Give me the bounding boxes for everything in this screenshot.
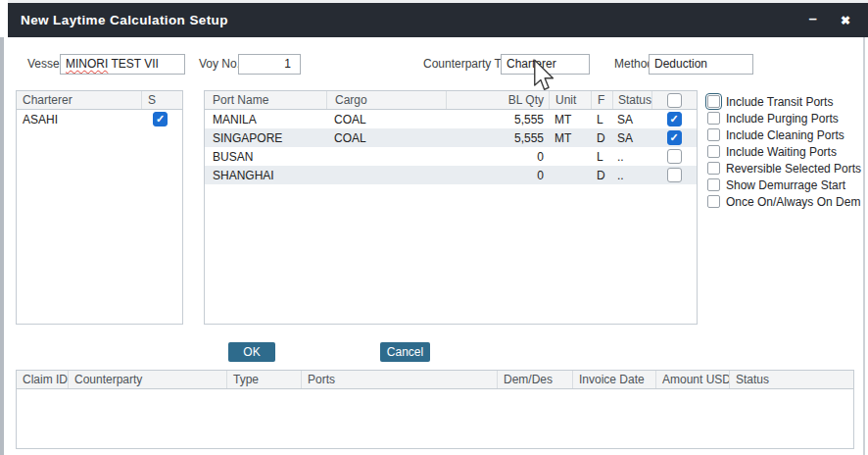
port-select-cell xyxy=(651,149,697,164)
cargo-column-header: Cargo xyxy=(326,91,446,109)
port-name-column-header: Port Name xyxy=(205,91,326,109)
port-row[interactable]: SHANGHAI0D.. xyxy=(205,166,697,184)
vessel-value-flagged: MINORI xyxy=(66,57,108,71)
port-cell-port-name: BUSAN xyxy=(205,150,326,164)
claims-column-header: Counterparty xyxy=(68,371,226,388)
option-checkbox[interactable] xyxy=(707,95,720,108)
port-select-checkbox[interactable]: ✓ xyxy=(667,112,682,126)
port-cell-port-name: SHANGHAI xyxy=(205,169,326,182)
charterer-column-header: Charterer xyxy=(17,91,141,109)
claims-column-header: Type xyxy=(226,371,301,388)
port-cell-bl-qty: 0 xyxy=(446,150,549,164)
option-item[interactable]: Include Waiting Ports xyxy=(707,143,861,160)
option-item[interactable]: Include Purging Ports xyxy=(707,110,861,126)
vessel-value-rest: TEST VII xyxy=(108,57,159,71)
port-cell-status: .. xyxy=(612,150,651,164)
port-row[interactable]: SINGAPORECOAL5,555MTDSA✓ xyxy=(205,128,697,147)
selected-column-header: S xyxy=(141,91,182,109)
option-item[interactable]: Show Demurrage Start xyxy=(707,177,861,193)
charterer-select-cell: ✓ xyxy=(141,112,182,126)
dialog-title: New Laytime Calculation Setup xyxy=(21,13,228,27)
ok-button[interactable]: OK xyxy=(228,342,275,362)
port-select-cell xyxy=(651,168,697,182)
option-label: Include Purging Ports xyxy=(726,112,839,126)
window-left-edge xyxy=(0,37,4,455)
option-checkbox[interactable] xyxy=(707,128,720,141)
option-label: Include Waiting Ports xyxy=(726,145,837,159)
option-item[interactable]: Reversible Selected Ports xyxy=(707,160,861,177)
option-checkbox[interactable] xyxy=(707,195,720,208)
option-checkbox[interactable] xyxy=(707,145,720,158)
port-row[interactable]: MANILACOAL5,555MTLSA✓ xyxy=(205,110,697,128)
port-select-cell: ✓ xyxy=(651,112,697,126)
port-cell-f: D xyxy=(591,169,612,182)
voy-no-input[interactable]: 1 xyxy=(238,54,301,75)
option-label: Show Demurrage Start xyxy=(726,178,845,192)
port-cell-port-name: MANILA xyxy=(205,113,326,126)
dialog-titlebar: New Laytime Calculation Setup – ✖ xyxy=(8,3,868,37)
port-cell-cargo: COAL xyxy=(326,113,446,126)
claims-column-header: Amount USD xyxy=(655,371,729,388)
bl-qty-column-header: BL Qty xyxy=(446,91,549,109)
unit-column-header: Unit xyxy=(549,91,591,109)
claims-table-header: Claim IDCounterpartyTypePortsDem/DesInvo… xyxy=(17,371,853,389)
cancel-button[interactable]: Cancel xyxy=(380,342,430,362)
option-label: Include Transit Ports xyxy=(726,95,833,109)
port-cell-cargo: COAL xyxy=(326,131,446,145)
option-item[interactable]: Include Cleaning Ports xyxy=(707,126,861,143)
option-checkbox[interactable] xyxy=(707,112,720,125)
ports-table-header: Port Name Cargo BL Qty Unit F Status xyxy=(205,91,697,110)
option-item[interactable]: Once On/Always On Dem xyxy=(707,193,861,210)
port-cell-status: SA xyxy=(612,113,651,126)
option-item[interactable]: Include Transit Ports xyxy=(707,93,861,110)
port-cell-status: SA xyxy=(612,131,651,145)
voy-no-label: Voy No. xyxy=(199,57,240,71)
ports-table: Port Name Cargo BL Qty Unit F Status MAN… xyxy=(204,90,698,325)
ports-table-body: MANILACOAL5,555MTLSA✓SINGAPORECOAL5,555M… xyxy=(205,110,697,184)
option-label: Once On/Always On Dem xyxy=(726,195,860,209)
charterer-select-checkbox[interactable]: ✓ xyxy=(153,112,168,126)
port-cell-bl-qty: 5,555 xyxy=(446,113,549,126)
port-cell-bl-qty: 0 xyxy=(446,169,549,182)
claims-column-header: Invoice Date xyxy=(572,371,655,388)
port-cell-port-name: SINGAPORE xyxy=(205,131,326,145)
select-all-header-cell xyxy=(651,91,697,109)
port-select-cell: ✓ xyxy=(651,130,697,145)
vessel-label: Vessel xyxy=(27,57,62,71)
charterer-table-header: Charterer S xyxy=(17,91,182,110)
port-select-checkbox[interactable] xyxy=(667,149,682,164)
charterer-table-body: ASAHI✓ xyxy=(17,110,182,128)
claims-column-header: Ports xyxy=(301,371,497,388)
option-checkbox[interactable] xyxy=(707,162,720,175)
claims-column-header: Dem/Des xyxy=(497,371,572,388)
vessel-input[interactable]: MINORI TEST VII xyxy=(60,54,185,75)
port-select-checkbox[interactable]: ✓ xyxy=(667,130,682,145)
port-cell-f: L xyxy=(591,113,612,126)
claims-column-header: Status xyxy=(729,371,853,388)
claims-column-header: Claim ID xyxy=(17,371,68,388)
charterer-table: Charterer S ASAHI✓ xyxy=(16,90,183,325)
port-cell-status: .. xyxy=(612,169,651,182)
method-input[interactable]: Deduction xyxy=(649,54,753,75)
counterparty-type-input[interactable]: Charterer xyxy=(501,54,590,75)
port-row[interactable]: BUSAN0L.. xyxy=(205,147,697,166)
port-cell-unit: MT xyxy=(549,113,591,126)
close-icon[interactable]: ✖ xyxy=(841,15,850,26)
select-all-checkbox[interactable] xyxy=(667,93,682,108)
minimize-icon[interactable]: – xyxy=(809,11,817,25)
f-column-header: F xyxy=(591,91,612,109)
charterer-row[interactable]: ASAHI✓ xyxy=(17,110,182,128)
port-cell-bl-qty: 5,555 xyxy=(446,131,549,145)
port-cell-f: L xyxy=(591,150,612,164)
option-label: Reversible Selected Ports xyxy=(726,162,861,176)
port-cell-unit: MT xyxy=(549,131,591,145)
option-label: Include Cleaning Ports xyxy=(726,128,844,142)
option-checkbox[interactable] xyxy=(707,178,720,191)
port-cell-f: D xyxy=(591,131,612,145)
window-controls: – ✖ xyxy=(809,13,850,27)
window-right-edge xyxy=(863,37,865,455)
charterer-name-cell: ASAHI xyxy=(17,113,141,126)
claims-table: Claim IDCounterpartyTypePortsDem/DesInvo… xyxy=(16,370,854,449)
port-select-checkbox[interactable] xyxy=(667,168,682,182)
laytime-setup-dialog: { "window": { "title": "New Laytime Calc… xyxy=(0,0,868,455)
